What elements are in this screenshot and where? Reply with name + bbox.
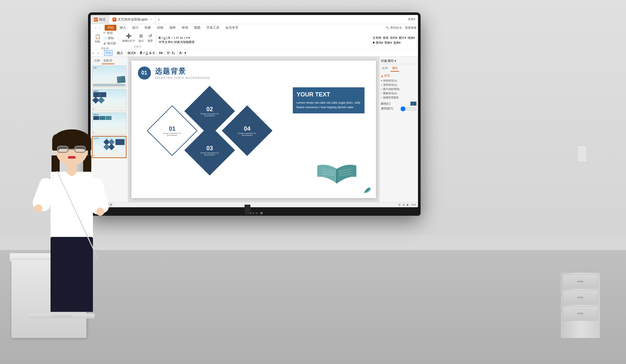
replace-button[interactable]: 替换▾ bbox=[384, 41, 392, 45]
text-box-button[interactable]: 文本框 bbox=[373, 36, 381, 40]
diamond-02-line2: presentation bbox=[204, 115, 215, 117]
ribbon-tab-start[interactable]: 开始 bbox=[105, 25, 116, 31]
quick-access-forward[interactable]: → bbox=[97, 51, 100, 55]
fill-solid-label: 纯色填充(S) bbox=[383, 79, 397, 82]
diamonds-container: 02 Design inspiration for presentation 0… bbox=[151, 87, 275, 198]
search-icon: 🔍 bbox=[385, 26, 389, 29]
ribbon-group-format: B I U | S̶ A | X² X₂ | A✦ bbox=[157, 32, 370, 49]
tab-overview[interactable]: RiT 概览 bbox=[91, 15, 109, 24]
tab-current-file[interactable]: P 文艺风毕业营销.pptx × bbox=[109, 15, 156, 24]
italic-button[interactable]: I bbox=[162, 36, 163, 39]
font-color-A-small[interactable]: A▾ bbox=[159, 51, 163, 55]
font-color-button[interactable]: A bbox=[171, 36, 173, 39]
format-painter-small[interactable]: 开始 bbox=[104, 50, 112, 56]
wall-panel bbox=[577, 146, 587, 162]
subscript-small[interactable]: X₂ bbox=[171, 51, 175, 55]
right-panel-tab-effect[interactable]: 效果 bbox=[381, 66, 389, 72]
fill-option-gradient[interactable]: ○ 渐变填充(S) bbox=[381, 83, 417, 87]
status-bar: 幻灯片 4/4 主题 ⊞ ⊡ ▶ 75% bbox=[91, 202, 418, 207]
underline-button[interactable]: U bbox=[164, 36, 166, 39]
bold-button[interactable]: B bbox=[159, 36, 161, 39]
color-picker[interactable] bbox=[410, 101, 417, 106]
panel-tabs: 大纲 幻灯片 bbox=[92, 58, 127, 64]
ribbon-tab-review[interactable]: 审阅 bbox=[179, 25, 191, 31]
quick-access-back[interactable]: ← bbox=[92, 51, 95, 55]
slide-thumb-1[interactable]: 答辩 1 bbox=[92, 66, 127, 88]
fill-section-arrow: ▲ bbox=[381, 74, 384, 78]
cabinet bbox=[561, 273, 600, 338]
diamond-03-num: 03 bbox=[206, 145, 213, 152]
text-effects-small[interactable]: ✦ bbox=[184, 51, 186, 55]
font-underline-small[interactable]: U bbox=[146, 51, 148, 55]
monitor-frame: RiT 概览 P 文艺风毕业营销.pptx × + 未简▾ ← → 开始 bbox=[88, 12, 421, 214]
slide-title-group: 选题背景 SELECTED TOPIC BACKGROUND bbox=[155, 66, 210, 80]
title-bar-controls: 未简▾ bbox=[408, 15, 418, 24]
cut-button[interactable]: ✂ 剪切 bbox=[102, 31, 117, 36]
ribbon-tab-transition[interactable]: 切换 bbox=[142, 25, 154, 31]
fill-option-hide-bg[interactable]: ○ 隐藏背景图形 bbox=[381, 96, 417, 99]
diamond-03[interactable]: 03 Design inspiration for presentation bbox=[184, 125, 235, 176]
view-slideshow[interactable]: ▶ bbox=[407, 203, 409, 206]
slide-area: 01 选题背景 SELECTED TOPIC BACKGROUND bbox=[128, 57, 379, 202]
find-button[interactable]: ▶查找▾ bbox=[373, 41, 383, 45]
ribbon-tab-member[interactable]: 会员专享 bbox=[223, 25, 241, 31]
font-shadow-small[interactable]: Ṡ bbox=[153, 51, 155, 55]
text-effects-button[interactable]: A✦ bbox=[186, 36, 190, 39]
book-decoration bbox=[316, 159, 358, 188]
fill-picture-label: 图片或纹理填( bbox=[383, 87, 400, 91]
strikethrough-button[interactable]: S̶ bbox=[168, 36, 170, 39]
slide-header: 01 选题背景 SELECTED TOPIC BACKGROUND bbox=[138, 66, 210, 80]
ribbon-tab-developer[interactable]: 开发工具 bbox=[204, 25, 222, 31]
scale-mark bbox=[69, 315, 69, 317]
tab-close-button[interactable]: × bbox=[150, 18, 152, 21]
opacity-slider[interactable] bbox=[400, 107, 417, 111]
clear-format-small[interactable]: A⃝ bbox=[179, 51, 183, 55]
ribbon-tab-design[interactable]: 设计 bbox=[129, 25, 141, 31]
ribbon-tab-slideshow[interactable]: 放映 bbox=[167, 25, 178, 31]
superscript-small[interactable]: X² bbox=[167, 51, 170, 55]
diamond-01-num: 01 bbox=[169, 125, 175, 132]
diamond-04-num: 04 bbox=[244, 125, 250, 132]
radio-picture-icon: ○ bbox=[381, 88, 382, 91]
scale-mark bbox=[67, 315, 68, 317]
fill-option-picture[interactable]: ○ 图片或纹理填( bbox=[381, 87, 417, 91]
arrange-button[interactable]: 排列▾ bbox=[390, 36, 397, 40]
superscript-button[interactable]: X² bbox=[176, 36, 179, 39]
new-slide-button[interactable]: ➕ 新建幻灯片 bbox=[121, 32, 136, 43]
paste-button[interactable]: 📋 粘贴 bbox=[93, 33, 102, 44]
ribbon-tab-undo[interactable]: ← → bbox=[92, 25, 104, 30]
font-bold-small[interactable]: B bbox=[140, 51, 142, 55]
subscript-button[interactable]: X₂ bbox=[180, 36, 183, 39]
format-menu-small[interactable]: 格式▾ bbox=[127, 51, 136, 55]
convert-smartart-button[interactable]: 转换为智能图形 bbox=[174, 40, 195, 44]
view-normal[interactable]: ⊞ bbox=[398, 203, 401, 206]
reset-button[interactable]: ↺ 重置 bbox=[146, 32, 155, 43]
ribbon-tab-insert[interactable]: 插入 bbox=[117, 25, 129, 31]
tab-add-button[interactable]: + bbox=[156, 15, 162, 24]
insert-menu-small[interactable]: 插入 bbox=[117, 51, 123, 55]
panel-tab-slides[interactable]: 幻灯片 bbox=[102, 58, 114, 64]
select-button[interactable]: 选择▾ bbox=[393, 41, 401, 45]
font-strikethrough-small[interactable]: S̶ bbox=[149, 51, 151, 55]
slide-thumb-2[interactable]: 选题背景 01 2 bbox=[92, 89, 127, 111]
font-italic-small[interactable]: I bbox=[143, 51, 144, 55]
cabinet-drawer-3 bbox=[563, 306, 598, 321]
picture-button[interactable]: 图片▾ bbox=[399, 36, 406, 40]
text-box-your-text[interactable]: YOUR TEXT Lemon drops oat cake oat cake … bbox=[293, 87, 365, 113]
ppt-application-window: RiT 概览 P 文艺风毕业营销.pptx × + 未简▾ ← → 开始 bbox=[91, 15, 418, 207]
view-reading[interactable]: ⊡ bbox=[403, 203, 405, 206]
reduce-button[interactable]: 缩放▾ bbox=[408, 36, 415, 40]
format-painter-button[interactable]: 🖌 格式刷 bbox=[102, 41, 117, 46]
ribbon-tab-view[interactable]: 视图 bbox=[191, 25, 203, 31]
layout-button[interactable]: ⊞ 版式 bbox=[137, 32, 145, 43]
align-objects-button[interactable]: 对齐文本▾ bbox=[159, 40, 172, 44]
fill-option-solid[interactable]: ● 纯色填充(S) bbox=[381, 79, 417, 82]
main-content-area: 大纲 幻灯片 答辩 1 bbox=[91, 57, 418, 202]
ribbon-tab-animation[interactable]: 动画 bbox=[154, 25, 166, 31]
slide-canvas[interactable]: 01 选题背景 SELECTED TOPIC BACKGROUND bbox=[131, 61, 376, 198]
right-panel-tab-property[interactable]: 属性 bbox=[391, 66, 399, 72]
fill-option-pattern[interactable]: ○ 图案填充(A) bbox=[381, 92, 417, 95]
copy-button[interactable]: 📄 复制 bbox=[102, 36, 117, 41]
shape-button[interactable]: 形状 bbox=[383, 36, 389, 40]
panel-tab-outline[interactable]: 大纲 bbox=[92, 58, 102, 64]
